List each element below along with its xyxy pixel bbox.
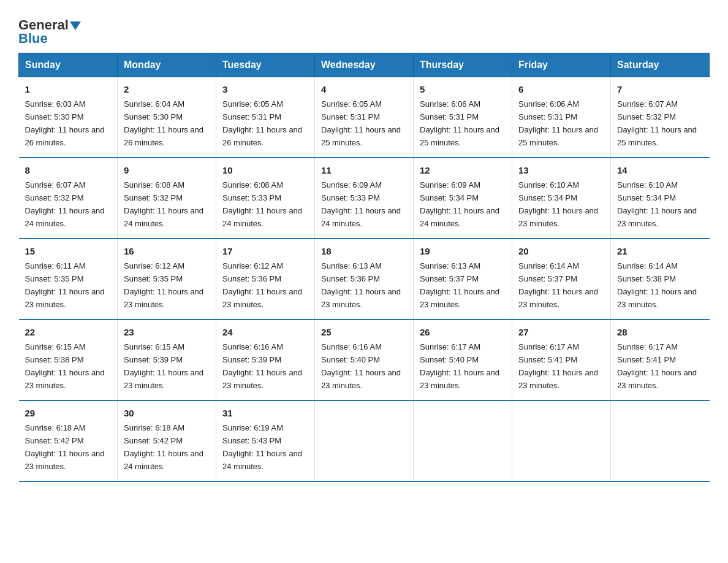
week-row-1: 1Sunrise: 6:03 AMSunset: 5:30 PMDaylight… [19,77,710,158]
day-headers-row: SundayMondayTuesdayWednesdayThursdayFrid… [19,53,710,77]
calendar-cell: 24Sunrise: 6:16 AMSunset: 5:39 PMDayligh… [216,320,315,400]
daylight-info: Daylight: 11 hours and 25 minutes. [420,125,499,147]
sunset-info: Sunset: 5:31 PM [420,112,479,121]
logo-blue: Blue [18,31,48,47]
day-number: 17 [222,244,308,258]
daylight-info: Daylight: 11 hours and 24 minutes. [420,206,499,228]
daylight-info: Daylight: 11 hours and 23 minutes. [124,368,203,390]
day-number: 28 [617,325,703,339]
sunrise-info: Sunrise: 6:15 AM [25,342,86,351]
day-header-friday: Friday [512,53,611,77]
daylight-info: Daylight: 11 hours and 23 minutes. [518,368,598,390]
sunset-info: Sunset: 5:41 PM [617,355,676,364]
sunrise-info: Sunrise: 6:19 AM [222,423,283,432]
calendar-cell: 2Sunrise: 6:04 AMSunset: 5:30 PMDaylight… [118,77,216,158]
calendar-cell: 21Sunrise: 6:14 AMSunset: 5:38 PMDayligh… [611,239,710,320]
calendar-cell: 15Sunrise: 6:11 AMSunset: 5:35 PMDayligh… [19,239,118,320]
sunrise-info: Sunrise: 6:09 AM [420,180,480,190]
calendar-cell: 4Sunrise: 6:05 AMSunset: 5:31 PMDaylight… [315,77,414,158]
sunrise-info: Sunrise: 6:09 AM [321,180,382,190]
week-row-3: 15Sunrise: 6:11 AMSunset: 5:35 PMDayligh… [19,239,710,320]
sunset-info: Sunset: 5:32 PM [617,112,676,121]
sunrise-info: Sunrise: 6:13 AM [420,261,480,270]
calendar-cell [512,400,611,481]
daylight-info: Daylight: 11 hours and 23 minutes. [222,287,302,309]
calendar-cell: 28Sunrise: 6:17 AMSunset: 5:41 PMDayligh… [611,320,710,400]
daylight-info: Daylight: 11 hours and 26 minutes. [222,125,302,147]
day-number: 3 [222,82,308,96]
sunrise-info: Sunrise: 6:17 AM [617,342,678,351]
calendar-cell [414,400,512,481]
calendar-cell: 12Sunrise: 6:09 AMSunset: 5:34 PMDayligh… [414,158,512,239]
daylight-info: Daylight: 11 hours and 26 minutes. [124,125,203,147]
sunrise-info: Sunrise: 6:06 AM [420,99,480,109]
day-number: 15 [25,244,112,258]
day-number: 29 [25,406,112,420]
sunset-info: Sunset: 5:38 PM [617,274,676,283]
calendar-cell: 7Sunrise: 6:07 AMSunset: 5:32 PMDaylight… [611,77,710,158]
sunset-info: Sunset: 5:40 PM [321,355,380,364]
daylight-info: Daylight: 11 hours and 23 minutes. [420,368,499,390]
daylight-info: Daylight: 11 hours and 23 minutes. [518,287,598,309]
day-number: 19 [420,244,506,258]
sunrise-info: Sunrise: 6:16 AM [222,342,283,351]
sunrise-info: Sunrise: 6:14 AM [518,261,579,270]
daylight-info: Daylight: 11 hours and 23 minutes. [25,449,105,471]
daylight-info: Daylight: 11 hours and 23 minutes. [321,368,401,390]
daylight-info: Daylight: 11 hours and 23 minutes. [25,287,105,309]
sunset-info: Sunset: 5:33 PM [222,193,281,202]
sunset-info: Sunset: 5:39 PM [124,355,183,364]
day-number: 31 [222,406,308,420]
calendar-cell: 25Sunrise: 6:16 AMSunset: 5:40 PMDayligh… [315,320,414,400]
sunset-info: Sunset: 5:42 PM [25,436,84,445]
day-number: 20 [518,244,604,258]
daylight-info: Daylight: 11 hours and 23 minutes. [518,206,598,228]
calendar-cell: 18Sunrise: 6:13 AMSunset: 5:36 PMDayligh… [315,239,414,320]
page-header: General Blue [18,12,710,47]
calendar-cell [611,400,710,481]
daylight-info: Daylight: 11 hours and 24 minutes. [124,206,203,228]
sunrise-info: Sunrise: 6:04 AM [124,99,184,109]
logo: General Blue [18,18,81,47]
sunset-info: Sunset: 5:31 PM [321,112,380,121]
sunrise-info: Sunrise: 6:17 AM [518,342,579,351]
day-number: 21 [617,244,703,258]
sunrise-info: Sunrise: 6:10 AM [617,180,678,190]
day-number: 23 [124,325,210,339]
daylight-info: Daylight: 11 hours and 25 minutes. [321,125,401,147]
day-number: 2 [124,82,210,96]
sunset-info: Sunset: 5:34 PM [518,193,577,202]
day-number: 22 [25,325,112,339]
sunset-info: Sunset: 5:34 PM [617,193,676,202]
day-number: 26 [420,325,506,339]
daylight-info: Daylight: 11 hours and 24 minutes. [321,206,401,228]
daylight-info: Daylight: 11 hours and 23 minutes. [321,287,401,309]
calendar-cell: 20Sunrise: 6:14 AMSunset: 5:37 PMDayligh… [512,239,611,320]
calendar-cell: 27Sunrise: 6:17 AMSunset: 5:41 PMDayligh… [512,320,611,400]
sunrise-info: Sunrise: 6:17 AM [420,342,480,351]
calendar-cell: 5Sunrise: 6:06 AMSunset: 5:31 PMDaylight… [414,77,512,158]
sunrise-info: Sunrise: 6:05 AM [222,99,283,109]
daylight-info: Daylight: 11 hours and 25 minutes. [518,125,598,147]
sunrise-info: Sunrise: 6:12 AM [222,261,283,270]
calendar-cell: 22Sunrise: 6:15 AMSunset: 5:38 PMDayligh… [19,320,118,400]
sunset-info: Sunset: 5:32 PM [25,193,84,202]
daylight-info: Daylight: 11 hours and 23 minutes. [617,368,697,390]
calendar-cell: 1Sunrise: 6:03 AMSunset: 5:30 PMDaylight… [19,77,118,158]
week-row-2: 8Sunrise: 6:07 AMSunset: 5:32 PMDaylight… [19,158,710,239]
day-number: 4 [321,82,407,96]
sunset-info: Sunset: 5:37 PM [420,274,479,283]
sunrise-info: Sunrise: 6:16 AM [321,342,382,351]
sunrise-info: Sunrise: 6:11 AM [25,261,86,270]
daylight-info: Daylight: 11 hours and 25 minutes. [617,125,697,147]
day-number: 30 [124,406,210,420]
day-number: 7 [617,82,703,96]
calendar-cell: 11Sunrise: 6:09 AMSunset: 5:33 PMDayligh… [315,158,414,239]
sunrise-info: Sunrise: 6:18 AM [25,423,86,432]
daylight-info: Daylight: 11 hours and 24 minutes. [222,206,302,228]
sunset-info: Sunset: 5:30 PM [124,112,183,121]
calendar-cell: 19Sunrise: 6:13 AMSunset: 5:37 PMDayligh… [414,239,512,320]
day-header-tuesday: Tuesday [216,53,315,77]
day-number: 8 [25,163,112,177]
day-number: 14 [617,163,703,177]
